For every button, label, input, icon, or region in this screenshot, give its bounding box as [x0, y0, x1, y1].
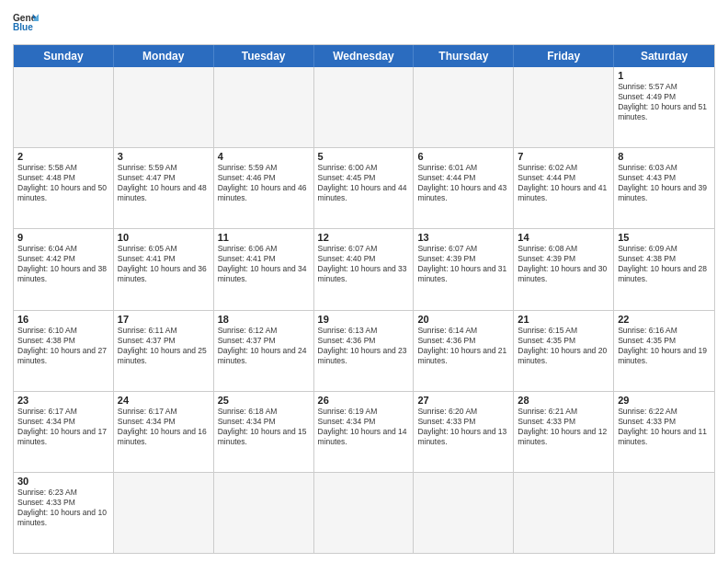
day-info: Sunrise: 6:06 AM Sunset: 4:41 PM Dayligh…	[218, 244, 310, 284]
day-number: 5	[318, 151, 410, 162]
day-cell-21: 21Sunrise: 6:15 AM Sunset: 4:35 PM Dayli…	[514, 311, 614, 391]
calendar-header: SundayMondayTuesdayWednesdayThursdayFrid…	[14, 45, 714, 67]
logo-icon: General Blue	[13, 11, 39, 37]
day-number: 30	[17, 476, 109, 487]
day-info: Sunrise: 6:16 AM Sunset: 4:35 PM Dayligh…	[618, 326, 711, 366]
day-cell-18: 18Sunrise: 6:12 AM Sunset: 4:37 PM Dayli…	[214, 311, 314, 391]
day-number: 21	[518, 314, 609, 325]
day-number: 29	[618, 395, 711, 406]
day-info: Sunrise: 6:17 AM Sunset: 4:34 PM Dayligh…	[118, 407, 210, 447]
weekday-header-monday: Monday	[114, 45, 214, 67]
day-number: 18	[218, 314, 310, 325]
empty-cell	[114, 473, 214, 553]
day-cell-19: 19Sunrise: 6:13 AM Sunset: 4:36 PM Dayli…	[314, 311, 415, 391]
logo: General Blue	[13, 11, 44, 37]
empty-cell	[214, 67, 314, 147]
day-number: 26	[318, 395, 410, 406]
day-number: 12	[318, 232, 410, 243]
day-number: 27	[417, 395, 509, 406]
day-info: Sunrise: 6:23 AM Sunset: 4:33 PM Dayligh…	[17, 488, 109, 528]
calendar-row-2: 9Sunrise: 6:04 AM Sunset: 4:42 PM Daylig…	[14, 228, 714, 309]
day-number: 4	[218, 151, 310, 162]
day-info: Sunrise: 6:05 AM Sunset: 4:41 PM Dayligh…	[118, 244, 210, 284]
weekday-header-thursday: Thursday	[414, 45, 514, 67]
empty-cell	[614, 473, 714, 553]
day-number: 24	[118, 395, 210, 406]
day-cell-4: 4Sunrise: 5:59 AM Sunset: 4:46 PM Daylig…	[214, 148, 314, 228]
day-info: Sunrise: 6:22 AM Sunset: 4:33 PM Dayligh…	[618, 407, 711, 447]
calendar: SundayMondayTuesdayWednesdayThursdayFrid…	[13, 44, 715, 554]
page: General Blue SundayMondayTuesdayWednesda…	[0, 0, 728, 563]
day-cell-6: 6Sunrise: 6:01 AM Sunset: 4:44 PM Daylig…	[414, 148, 514, 228]
day-number: 13	[417, 232, 509, 243]
day-info: Sunrise: 5:59 AM Sunset: 4:46 PM Dayligh…	[218, 163, 310, 203]
day-info: Sunrise: 5:57 AM Sunset: 4:49 PM Dayligh…	[618, 82, 711, 122]
day-cell-20: 20Sunrise: 6:14 AM Sunset: 4:36 PM Dayli…	[414, 311, 514, 391]
day-info: Sunrise: 6:19 AM Sunset: 4:34 PM Dayligh…	[318, 407, 410, 447]
day-cell-5: 5Sunrise: 6:00 AM Sunset: 4:45 PM Daylig…	[314, 148, 415, 228]
calendar-row-3: 16Sunrise: 6:10 AM Sunset: 4:38 PM Dayli…	[14, 310, 714, 391]
weekday-header-wednesday: Wednesday	[314, 45, 415, 67]
empty-cell	[214, 473, 314, 553]
day-info: Sunrise: 6:13 AM Sunset: 4:36 PM Dayligh…	[318, 326, 410, 366]
day-cell-12: 12Sunrise: 6:07 AM Sunset: 4:40 PM Dayli…	[314, 229, 415, 309]
day-info: Sunrise: 6:14 AM Sunset: 4:36 PM Dayligh…	[417, 326, 509, 366]
day-cell-14: 14Sunrise: 6:08 AM Sunset: 4:39 PM Dayli…	[514, 229, 614, 309]
day-info: Sunrise: 6:10 AM Sunset: 4:38 PM Dayligh…	[17, 326, 109, 366]
day-cell-29: 29Sunrise: 6:22 AM Sunset: 4:33 PM Dayli…	[614, 392, 714, 472]
day-number: 11	[218, 232, 310, 243]
day-info: Sunrise: 6:09 AM Sunset: 4:38 PM Dayligh…	[618, 244, 711, 284]
day-info: Sunrise: 6:12 AM Sunset: 4:37 PM Dayligh…	[218, 326, 310, 366]
day-cell-15: 15Sunrise: 6:09 AM Sunset: 4:38 PM Dayli…	[614, 229, 714, 309]
day-number: 23	[17, 395, 109, 406]
day-cell-11: 11Sunrise: 6:06 AM Sunset: 4:41 PM Dayli…	[214, 229, 314, 309]
day-cell-16: 16Sunrise: 6:10 AM Sunset: 4:38 PM Dayli…	[14, 311, 114, 391]
header: General Blue	[13, 11, 715, 37]
calendar-row-1: 2Sunrise: 5:58 AM Sunset: 4:48 PM Daylig…	[14, 147, 714, 228]
day-number: 7	[518, 151, 609, 162]
day-info: Sunrise: 6:01 AM Sunset: 4:44 PM Dayligh…	[417, 163, 509, 203]
day-number: 3	[118, 151, 210, 162]
empty-cell	[414, 473, 514, 553]
empty-cell	[314, 473, 415, 553]
day-info: Sunrise: 6:02 AM Sunset: 4:44 PM Dayligh…	[518, 163, 609, 203]
day-number: 19	[318, 314, 410, 325]
weekday-header-sunday: Sunday	[14, 45, 114, 67]
day-cell-26: 26Sunrise: 6:19 AM Sunset: 4:34 PM Dayli…	[314, 392, 415, 472]
calendar-row-0: 1Sunrise: 5:57 AM Sunset: 4:49 PM Daylig…	[14, 67, 714, 147]
weekday-header-saturday: Saturday	[614, 45, 714, 67]
day-number: 2	[17, 151, 109, 162]
day-cell-17: 17Sunrise: 6:11 AM Sunset: 4:37 PM Dayli…	[114, 311, 214, 391]
empty-cell	[414, 67, 514, 147]
day-cell-30: 30Sunrise: 6:23 AM Sunset: 4:33 PM Dayli…	[14, 473, 114, 553]
day-cell-27: 27Sunrise: 6:20 AM Sunset: 4:33 PM Dayli…	[414, 392, 514, 472]
day-number: 14	[518, 232, 609, 243]
empty-cell	[114, 67, 214, 147]
day-number: 25	[218, 395, 310, 406]
day-info: Sunrise: 6:00 AM Sunset: 4:45 PM Dayligh…	[318, 163, 410, 203]
day-number: 20	[417, 314, 509, 325]
empty-cell	[514, 473, 614, 553]
day-info: Sunrise: 6:07 AM Sunset: 4:40 PM Dayligh…	[318, 244, 410, 284]
day-info: Sunrise: 6:03 AM Sunset: 4:43 PM Dayligh…	[618, 163, 711, 203]
day-info: Sunrise: 6:17 AM Sunset: 4:34 PM Dayligh…	[17, 407, 109, 447]
day-number: 28	[518, 395, 609, 406]
day-number: 17	[118, 314, 210, 325]
day-cell-3: 3Sunrise: 5:59 AM Sunset: 4:47 PM Daylig…	[114, 148, 214, 228]
calendar-row-4: 23Sunrise: 6:17 AM Sunset: 4:34 PM Dayli…	[14, 391, 714, 472]
day-cell-1: 1Sunrise: 5:57 AM Sunset: 4:49 PM Daylig…	[614, 67, 714, 147]
day-number: 22	[618, 314, 711, 325]
day-info: Sunrise: 6:04 AM Sunset: 4:42 PM Dayligh…	[17, 244, 109, 284]
day-cell-24: 24Sunrise: 6:17 AM Sunset: 4:34 PM Dayli…	[114, 392, 214, 472]
day-cell-22: 22Sunrise: 6:16 AM Sunset: 4:35 PM Dayli…	[614, 311, 714, 391]
calendar-body: 1Sunrise: 5:57 AM Sunset: 4:49 PM Daylig…	[14, 67, 714, 553]
day-info: Sunrise: 5:59 AM Sunset: 4:47 PM Dayligh…	[118, 163, 210, 203]
day-number: 1	[618, 70, 711, 81]
day-cell-2: 2Sunrise: 5:58 AM Sunset: 4:48 PM Daylig…	[14, 148, 114, 228]
day-info: Sunrise: 6:11 AM Sunset: 4:37 PM Dayligh…	[118, 326, 210, 366]
day-number: 6	[417, 151, 509, 162]
empty-cell	[514, 67, 614, 147]
weekday-header-friday: Friday	[514, 45, 614, 67]
day-cell-7: 7Sunrise: 6:02 AM Sunset: 4:44 PM Daylig…	[514, 148, 614, 228]
calendar-row-5: 30Sunrise: 6:23 AM Sunset: 4:33 PM Dayli…	[14, 472, 714, 553]
